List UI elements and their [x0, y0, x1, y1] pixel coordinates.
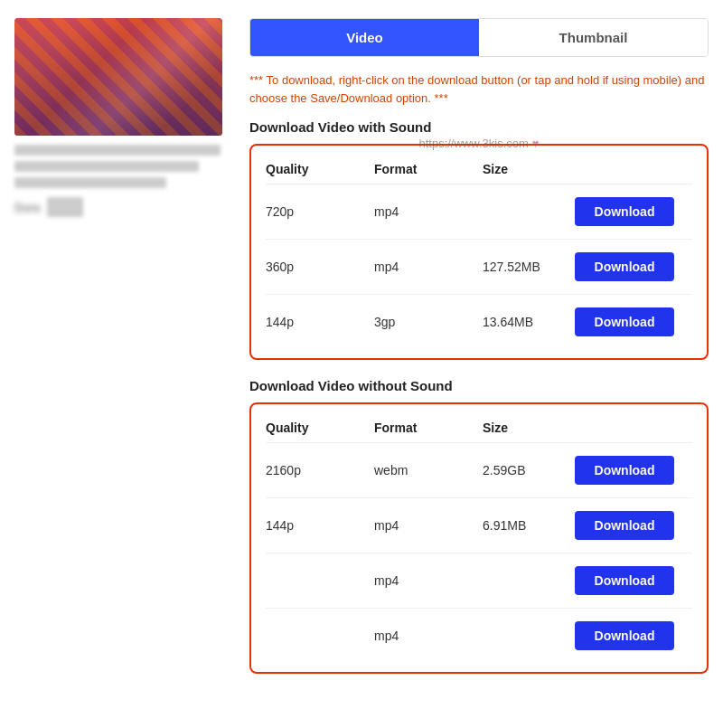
tab-thumbnail[interactable]: Thumbnail: [479, 19, 708, 56]
download-button[interactable]: Download: [575, 252, 674, 281]
watermark-text: https://www.3kis.com: [418, 137, 528, 150]
watermark: https://www.3kis.com ♥: [418, 137, 539, 150]
header-quality-1: Quality: [266, 162, 374, 176]
cell-size: 6.91MB: [483, 518, 575, 533]
download-button[interactable]: Download: [575, 456, 674, 485]
cell-format: mp4: [374, 573, 483, 588]
cell-format: mp4: [374, 204, 483, 219]
tab-video[interactable]: Video: [250, 19, 479, 56]
cell-action: Download: [575, 197, 692, 226]
video-info-blurred: [14, 145, 231, 188]
table-row: 144p 3gp 13.64MB Download: [266, 295, 692, 349]
header-format-2: Format: [374, 421, 483, 435]
duration-label: Dura: [14, 201, 40, 214]
cell-action: Download: [575, 252, 692, 281]
blurred-line-2: [14, 161, 199, 172]
cell-format: mp4: [374, 260, 483, 274]
section-without-sound-title: Download Video without Sound: [249, 378, 709, 393]
table-with-sound: https://www.3kis.com ♥ Quality Format Si…: [249, 144, 709, 360]
cell-quality: 144p: [266, 518, 374, 533]
cell-quality: 144p: [266, 315, 374, 329]
duration-row: Dura: [14, 197, 231, 217]
heart-icon: ♥: [532, 137, 540, 150]
table-row: mp4 Download: [266, 609, 692, 663]
download-notice: *** To download, right-click on the down…: [249, 71, 709, 107]
blurred-line-3: [14, 177, 166, 188]
header-size-1: Size: [483, 162, 575, 176]
cell-quality: 720p: [266, 204, 374, 219]
download-button[interactable]: Download: [575, 566, 674, 595]
cell-action: Download: [575, 456, 692, 485]
cell-size: 127.52MB: [483, 260, 575, 274]
cell-size: 13.64MB: [483, 315, 575, 329]
cell-size: 2.59GB: [483, 463, 575, 477]
table-without-sound-header: Quality Format Size: [266, 413, 692, 443]
blurred-line-1: [14, 145, 221, 156]
cell-quality: 2160p: [266, 463, 374, 477]
table-without-sound: Quality Format Size 2160p webm 2.59GB Do…: [249, 402, 709, 674]
download-button[interactable]: Download: [575, 621, 674, 650]
cell-format: mp4: [374, 629, 483, 643]
video-thumbnail: [14, 18, 222, 136]
header-size-2: Size: [483, 421, 575, 435]
cell-action: Download: [575, 566, 692, 595]
right-panel: Video Thumbnail *** To download, right-c…: [249, 18, 709, 692]
download-button[interactable]: Download: [575, 197, 674, 226]
header-quality-2: Quality: [266, 421, 374, 435]
download-button[interactable]: Download: [575, 511, 674, 540]
table-row: 360p mp4 127.52MB Download: [266, 240, 692, 295]
table-with-sound-header: Quality Format Size: [266, 155, 692, 184]
table-row: 144p mp4 6.91MB Download: [266, 498, 692, 553]
header-action-1: [575, 162, 692, 176]
cell-quality: 360p: [266, 260, 374, 274]
cell-format: 3gp: [374, 315, 483, 329]
header-format-1: Format: [374, 162, 483, 176]
table-row: mp4 Download: [266, 553, 692, 609]
header-action-2: [575, 421, 692, 435]
thumbnail-overlay: [14, 18, 222, 136]
cell-action: Download: [575, 511, 692, 540]
cell-format: webm: [374, 463, 483, 477]
duration-thumb: [47, 197, 83, 217]
tabs-container: Video Thumbnail: [249, 18, 709, 57]
section-with-sound-title: Download Video with Sound: [249, 119, 709, 135]
cell-format: mp4: [374, 518, 483, 533]
table-row: 720p mp4 Download: [266, 184, 692, 240]
cell-action: Download: [575, 307, 692, 336]
left-panel: Dura: [14, 18, 231, 692]
download-button[interactable]: Download: [575, 307, 674, 336]
cell-action: Download: [575, 621, 692, 650]
table-row: 2160p webm 2.59GB Download: [266, 443, 692, 498]
